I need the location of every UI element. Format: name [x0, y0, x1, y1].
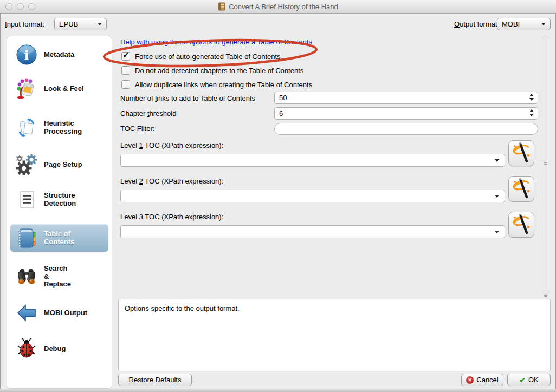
sidebar-item-label: MOBI Output — [44, 309, 87, 317]
force-toc-row: ✓ Force use of auto-generated Table of C… — [121, 51, 281, 61]
level3-toc-label: Level 3 TOC (XPath expression): — [120, 213, 223, 221]
links-count-value: 50 — [279, 94, 287, 102]
chevron-down-icon — [495, 159, 499, 162]
sidebar-item-label: Heuristic Processing — [44, 120, 82, 135]
chapter-threshold-spinner[interactable]: 6 — [274, 107, 538, 120]
sidebar-item-search-replace[interactable]: Search & Replace — [10, 265, 108, 289]
allow-duplicate-links-label: Allow duplicate links when creating the … — [135, 81, 312, 89]
toc-filter-label: TOC Filter: — [120, 125, 154, 133]
titlebar: Convert A Brief History of the Hand — [0, 0, 556, 14]
chapter-threshold-label: Chapter threshold — [120, 109, 176, 117]
level3-xpath-wizard-button[interactable] — [508, 212, 534, 238]
cancel-label: Cancel — [476, 376, 498, 384]
close-button[interactable] — [5, 3, 12, 10]
force-toc-label: Force use of auto-generated Table of Con… — [135, 53, 281, 61]
conversion-sidebar: i Metadata — [7, 36, 112, 389]
force-toc-checkbox[interactable]: ✓ — [121, 52, 130, 61]
input-format-label: Input format: — [5, 20, 44, 28]
magic-wand-icon — [510, 213, 532, 237]
minimize-button[interactable] — [17, 3, 24, 10]
help-box-text: Options specific to the output format. — [125, 304, 240, 312]
level3-toc-combobox[interactable] — [120, 225, 505, 238]
chevron-down-icon — [541, 23, 546, 25]
toc-filter-input[interactable] — [274, 123, 538, 135]
spin-down-icon[interactable] — [529, 98, 534, 101]
sidebar-item-metadata[interactable]: i Metadata — [10, 43, 108, 67]
title-wrap: Convert A Brief History of the Hand — [218, 2, 338, 11]
chevron-down-icon — [98, 23, 102, 25]
convert-dialog-window: Convert A Brief History of the Hand Inpu… — [0, 0, 556, 392]
chevron-down-icon — [495, 231, 499, 233]
links-count-label: Number of links to add to Table of Conte… — [120, 94, 255, 102]
level1-xpath-wizard-button[interactable] — [508, 140, 534, 166]
sidebar-item-label: Metadata — [44, 51, 74, 59]
sidebar-item-look-and-feel[interactable]: Look & Feel — [10, 77, 108, 101]
svg-text:i: i — [24, 48, 29, 63]
cancel-button[interactable]: ✕ Cancel — [461, 374, 503, 386]
restore-defaults-button[interactable]: Restore Defaults — [118, 374, 192, 386]
sidebar-item-page-setup[interactable]: Page Setup — [10, 153, 108, 177]
sidebar-item-table-of-contents[interactable]: Table of Contents — [10, 224, 108, 252]
sidebar-item-label: Page Setup — [44, 161, 82, 169]
check-icon: ✔ — [519, 376, 526, 384]
ok-button[interactable]: ✔ OK — [507, 374, 551, 386]
cancel-icon: ✕ — [466, 376, 474, 384]
input-format-value: EPUB — [59, 20, 98, 28]
sidebar-item-label: Structure Detection — [44, 192, 76, 207]
vertical-scrollbar[interactable] — [542, 36, 549, 295]
window-bottom-edge — [0, 389, 556, 392]
level1-toc-label: Level 1 TOC (XPath expression): — [120, 141, 223, 149]
splitter-handle[interactable] — [544, 295, 547, 297]
sidebar-item-debug[interactable]: Debug — [10, 337, 108, 361]
restore-defaults-label: Restore Defaults — [129, 376, 182, 384]
window-controls — [5, 3, 35, 10]
spin-up-icon[interactable] — [529, 94, 534, 96]
spinner-arrows[interactable] — [529, 94, 534, 101]
ok-label: OK — [528, 376, 539, 384]
gears-icon — [15, 153, 38, 177]
book-icon — [218, 2, 225, 11]
output-format-value: MOBI — [502, 20, 541, 28]
output-format-label: Output format: — [454, 20, 499, 28]
checkmark-icon: ✓ — [122, 50, 130, 60]
allow-duplicate-links-checkbox[interactable]: ✓ — [121, 80, 130, 89]
spinner-arrows[interactable] — [529, 109, 534, 116]
sidebar-item-structure-detection[interactable]: Structure Detection — [10, 188, 108, 212]
magic-wand-icon — [510, 178, 532, 201]
no-detected-chapters-checkbox[interactable]: ✓ — [121, 66, 130, 75]
scrollbar-grip-icon — [544, 160, 547, 166]
spin-down-icon[interactable] — [529, 114, 534, 116]
chevron-down-icon — [495, 195, 499, 198]
ladybug-icon — [15, 337, 38, 361]
output-format-select[interactable]: MOBI — [497, 18, 551, 30]
sidebar-item-mobi-output[interactable]: MOBI Output — [10, 301, 108, 325]
spin-up-icon[interactable] — [529, 109, 534, 112]
info-icon: i — [15, 43, 38, 67]
allow-duplicate-links-row: ✓ Allow duplicate links when creating th… — [121, 80, 312, 89]
sidebar-item-heuristic-processing[interactable]: Heuristic Processing — [10, 116, 108, 140]
sidebar-item-label: Debug — [44, 345, 66, 353]
paint-can-icon — [15, 77, 38, 101]
magic-wand-icon — [510, 142, 532, 165]
chapter-threshold-value: 6 — [279, 109, 283, 117]
level2-toc-combobox[interactable] — [120, 190, 505, 202]
no-detected-chapters-label: Do not add detected chapters to the Tabl… — [135, 67, 303, 75]
zoom-button[interactable] — [28, 3, 35, 10]
links-count-spinner[interactable]: 50 — [274, 92, 538, 104]
notebook-icon — [15, 226, 38, 250]
input-format-select[interactable]: EPUB — [54, 18, 107, 30]
level1-toc-combobox[interactable] — [120, 154, 505, 167]
rotate-pages-icon — [15, 116, 38, 140]
document-lines-icon — [15, 188, 38, 212]
window-title: Convert A Brief History of the Hand — [229, 3, 338, 11]
left-arrow-icon — [15, 301, 38, 325]
sidebar-item-label: Look & Feel — [44, 85, 84, 93]
no-detected-chapters-row: ✓ Do not add detected chapters to the Ta… — [121, 66, 303, 75]
output-format-help-box: Options specific to the output format. — [118, 299, 551, 371]
level2-xpath-wizard-button[interactable] — [508, 176, 534, 202]
toc-help-link[interactable]: Help with using these options to generat… — [120, 38, 312, 46]
binoculars-icon — [15, 265, 38, 289]
level2-toc-label: Level 2 TOC (XPath expression): — [120, 177, 223, 185]
sidebar-item-label: Search & Replace — [44, 265, 71, 289]
sidebar-item-label: Table of Contents — [44, 230, 74, 246]
